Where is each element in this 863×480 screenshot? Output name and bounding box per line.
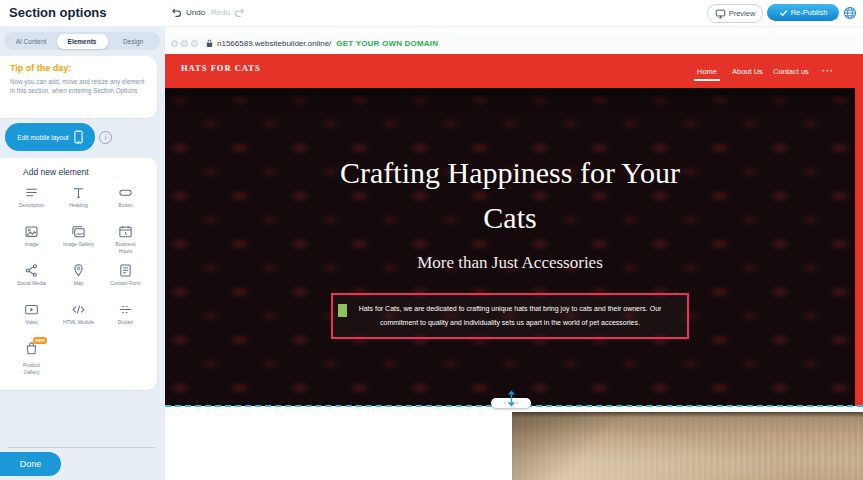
done-button[interactable]: Done (0, 452, 61, 476)
add-element-image[interactable]: Image (8, 220, 55, 259)
edit-mobile-layout-button[interactable]: Edit mobile layout (5, 123, 95, 151)
tab-design[interactable]: Design (108, 34, 159, 49)
element-label: Video (25, 319, 38, 326)
share-icon (24, 263, 39, 278)
element-grid: Description Heading Button Image (8, 181, 149, 376)
nav-overflow-button[interactable]: ··· (822, 54, 834, 88)
undo-button[interactable]: Undo (171, 7, 205, 18)
code-icon (71, 302, 86, 317)
text-lines-icon (24, 185, 39, 200)
add-element-image-gallery[interactable]: Image Gallery (55, 220, 102, 259)
element-label: Description (19, 202, 44, 209)
element-label: Button (118, 202, 132, 209)
undo-icon (171, 7, 182, 18)
tip-of-the-day-card: Tip of the day: Now you can add, move an… (0, 56, 157, 118)
redo-button[interactable]: Redo (211, 7, 245, 18)
window-dot-icon (171, 40, 178, 47)
element-label: Contact Form (110, 280, 140, 287)
monitor-icon (715, 9, 726, 19)
tab-ai-content[interactable]: AI Content (6, 34, 57, 49)
hero-section[interactable]: Crafting Happiness for Your Cats More th… (165, 88, 855, 406)
element-label: Social Media (17, 280, 46, 287)
element-label: Image Gallery (63, 241, 94, 248)
redo-label: Redo (211, 8, 230, 17)
element-label: Heading (69, 202, 88, 209)
map-pin-icon (71, 263, 86, 278)
heading-icon (71, 185, 86, 200)
image-icon (24, 224, 39, 239)
nav-about-us[interactable]: About Us (732, 54, 763, 88)
window-dot-icon (181, 40, 188, 47)
add-element-business-hours[interactable]: Business Hours (102, 220, 149, 259)
element-label: Divider (118, 319, 134, 326)
element-label: Business Hours (110, 241, 142, 254)
republish-label: Re-Publish (791, 8, 828, 17)
nav-contact-us[interactable]: Contact us (773, 54, 809, 88)
business-hours-icon (118, 224, 133, 239)
republish-button[interactable]: Re-Publish (767, 4, 839, 21)
lock-icon (206, 39, 213, 48)
resize-arrows-handle[interactable] (506, 390, 517, 411)
site-url: n1566589.websitebuilder.online/ (217, 39, 331, 48)
add-element-product-gallery[interactable]: NEW Product Gallery (8, 337, 55, 376)
window-dot-icon (191, 40, 198, 47)
contact-form-icon (118, 263, 133, 278)
text-selection-handle (338, 304, 347, 317)
tab-elements[interactable]: Elements (57, 34, 108, 49)
add-new-element-panel: Add new element Description Heading Butt… (0, 158, 157, 390)
element-label: Image (25, 241, 39, 248)
element-label: Map (74, 280, 84, 287)
element-label: Product Gallery (16, 362, 48, 375)
sidebar-divider (8, 447, 156, 448)
edit-mobile-label: Edit mobile layout (17, 134, 68, 141)
hero-heading[interactable]: Crafting Happiness for Your Cats (340, 150, 680, 240)
vertical-resize-icon (506, 390, 517, 407)
nav-home[interactable]: Home (697, 54, 717, 88)
next-section[interactable] (165, 407, 863, 480)
language-globe-button[interactable] (843, 6, 857, 24)
sidebar-tabs: AI Content Elements Design (4, 32, 160, 50)
add-element-video[interactable]: Video (8, 298, 55, 337)
add-element-social-media[interactable]: Social Media (8, 259, 55, 298)
check-icon (779, 9, 788, 17)
video-icon (24, 302, 39, 317)
add-element-divider[interactable]: Divider (102, 298, 149, 337)
website-canvas[interactable]: Hats for Cats Home About Us Contact us ·… (165, 54, 863, 406)
info-icon[interactable]: i (99, 131, 112, 144)
editor-topbar: Section options Undo Redo Preview Re-Pub… (0, 0, 863, 27)
image-gallery-icon (71, 224, 86, 239)
add-element-contact-form[interactable]: Contact Form (102, 259, 149, 298)
preview-label: Preview (729, 9, 756, 18)
get-domain-link[interactable]: GET YOUR OWN DOMAIN (336, 39, 438, 48)
section-options-sidebar: AI Content Elements Design Tip of the da… (0, 26, 165, 480)
hero-description-selected[interactable]: Hats for Cats, we are dedicated to craft… (331, 293, 689, 339)
undo-label: Undo (186, 8, 205, 17)
hero-description-text: Hats for Cats, we are dedicated to craft… (359, 305, 662, 326)
browser-chrome-bar: n1566589.websitebuilder.online/ GET YOUR… (165, 33, 863, 55)
divider-icon (118, 302, 133, 317)
button-icon (118, 185, 133, 200)
add-element-html-module[interactable]: HTML Module (55, 298, 102, 337)
add-element-description[interactable]: Description (8, 181, 55, 220)
add-element-map[interactable]: Map (55, 259, 102, 298)
tip-body: Now you can add, move and resize any ele… (10, 77, 150, 96)
page-title: Section options (9, 5, 107, 20)
site-logo[interactable]: Hats for Cats (181, 63, 261, 73)
add-new-element-title: Add new element (23, 167, 89, 177)
globe-icon (843, 6, 857, 20)
element-label: HTML Module (63, 319, 94, 326)
next-section-image[interactable] (512, 412, 863, 480)
add-element-button[interactable]: Button (102, 181, 149, 220)
hero-subheading[interactable]: More than Just Accessories (165, 253, 855, 273)
phone-icon (74, 130, 83, 144)
preview-area: n1566589.websitebuilder.online/ GET YOUR… (165, 26, 863, 480)
redo-icon (234, 7, 245, 18)
preview-button[interactable]: Preview (707, 4, 763, 23)
add-element-heading[interactable]: Heading (55, 181, 102, 220)
new-badge: NEW (33, 337, 47, 344)
tip-heading: Tip of the day: (10, 63, 71, 73)
